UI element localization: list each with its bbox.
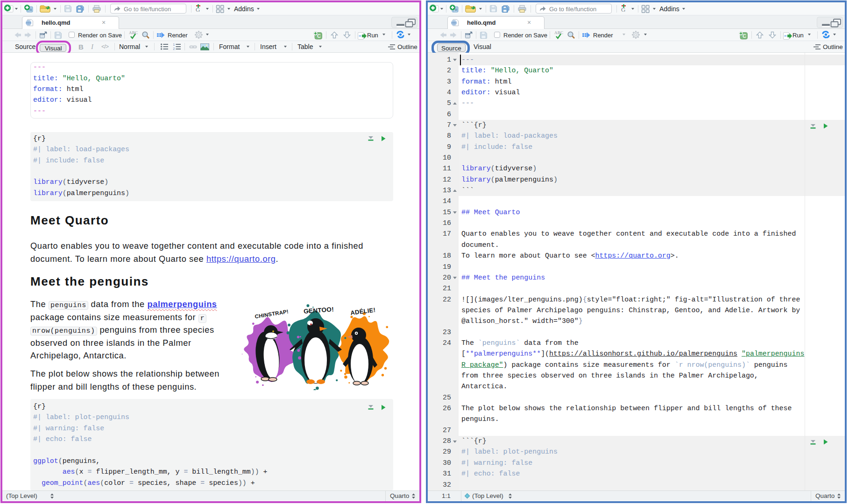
svg-text:R: R [29, 8, 32, 12]
svg-text:2: 2 [173, 47, 175, 50]
svg-text:1: 1 [173, 43, 175, 46]
svg-text:ABC: ABC [554, 30, 563, 35]
svg-text:C: C [743, 33, 746, 39]
svg-text:GENTOO!: GENTOO! [304, 306, 334, 315]
svg-text:ADÉLIE!: ADÉLIE! [350, 306, 376, 316]
svg-text:CHINSTRAP!: CHINSTRAP! [255, 308, 289, 319]
svg-text:ABC: ABC [129, 30, 138, 35]
svg-text:R: R [455, 8, 458, 12]
svg-text:C: C [317, 33, 321, 39]
